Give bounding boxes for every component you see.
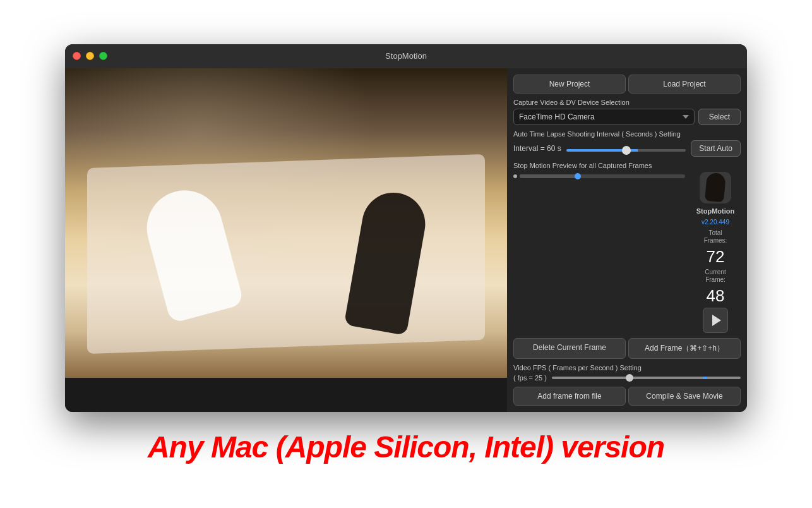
timeline-filled bbox=[520, 174, 578, 178]
delete-frame-button[interactable]: Delete Current Frame bbox=[513, 338, 626, 359]
app-name: StopMotion bbox=[696, 207, 734, 215]
promo-text: Any Mac (Apple Silicon, Intel) version bbox=[148, 430, 664, 464]
minimize-button[interactable] bbox=[86, 52, 94, 60]
total-frames-label: TotalFrames: bbox=[704, 229, 727, 245]
fps-section-label: Video FPS ( Frames per Second ) Setting bbox=[513, 364, 741, 372]
preview-label: Stop Motion Preview for all Captured Fra… bbox=[513, 162, 741, 169]
add-from-file-button[interactable]: Add frame from file bbox=[513, 387, 626, 406]
add-frame-button[interactable]: Add Frame（⌘+⇧+h） bbox=[628, 338, 741, 359]
frame-actions: Delete Current Frame Add Frame（⌘+⇧+h） bbox=[513, 338, 741, 359]
interval-row: Interval = 60 s Start Auto bbox=[513, 140, 741, 157]
play-button[interactable] bbox=[703, 308, 728, 333]
interval-slider-container bbox=[566, 143, 686, 154]
new-project-button[interactable]: New Project bbox=[513, 75, 626, 94]
device-section: Capture Video & DV Device Selection Face… bbox=[513, 99, 741, 125]
video-area bbox=[65, 68, 507, 412]
preview-area: StopMotion v2.20.449 TotalFrames: 72 Cur… bbox=[513, 172, 741, 333]
bed-sheet bbox=[87, 154, 485, 353]
fps-slider[interactable] bbox=[552, 377, 741, 379]
app-icon bbox=[700, 172, 731, 203]
app-icon-figure bbox=[705, 172, 726, 202]
title-bar: StopMotion bbox=[65, 44, 747, 68]
timeline-thumb bbox=[575, 173, 581, 179]
project-buttons: New Project Load Project bbox=[513, 75, 741, 94]
window-title: StopMotion bbox=[385, 51, 427, 61]
total-frames-value: 72 bbox=[707, 248, 725, 265]
timeline-row bbox=[513, 174, 685, 178]
device-row: FaceTime HD Camera Select bbox=[513, 109, 741, 125]
current-frame-label: CurrentFrame: bbox=[705, 269, 725, 284]
interval-slider[interactable] bbox=[566, 149, 686, 152]
main-content: New Project Load Project Capture Video &… bbox=[65, 68, 747, 412]
preview-video-container bbox=[513, 172, 685, 178]
interval-section: Auto Time Lapse Shooting Interval ( Seco… bbox=[513, 130, 741, 157]
timeline-start-dot bbox=[513, 174, 517, 178]
device-section-label: Capture Video & DV Device Selection bbox=[513, 99, 741, 106]
traffic-lights bbox=[73, 52, 107, 60]
right-panel: New Project Load Project Capture Video &… bbox=[507, 68, 747, 412]
bottom-actions: Add frame from file Compile & Save Movie bbox=[513, 387, 741, 406]
fps-section: Video FPS ( Frames per Second ) Setting … bbox=[513, 364, 741, 382]
select-button[interactable]: Select bbox=[698, 109, 741, 125]
video-scene bbox=[65, 68, 507, 378]
compile-save-button[interactable]: Compile & Save Movie bbox=[628, 387, 741, 406]
close-button[interactable] bbox=[73, 52, 81, 60]
fps-row: ( fps = 25 ) bbox=[513, 374, 741, 382]
app-version: v2.20.449 bbox=[702, 219, 729, 226]
maximize-button[interactable] bbox=[99, 52, 107, 60]
device-dropdown[interactable]: FaceTime HD Camera bbox=[513, 109, 695, 125]
interval-value: Interval = 60 s bbox=[513, 144, 561, 153]
current-frame-value: 48 bbox=[707, 287, 725, 304]
preview-info: StopMotion v2.20.449 TotalFrames: 72 Cur… bbox=[690, 172, 741, 333]
timeline-track[interactable] bbox=[520, 174, 685, 178]
preview-section: Stop Motion Preview for all Captured Fra… bbox=[513, 162, 741, 333]
app-window: StopMotion New Project Load Project Capt… bbox=[65, 44, 747, 412]
fps-value: ( fps = 25 ) bbox=[513, 374, 547, 382]
load-project-button[interactable]: Load Project bbox=[628, 75, 741, 94]
interval-label: Auto Time Lapse Shooting Interval ( Seco… bbox=[513, 130, 741, 138]
play-icon bbox=[712, 315, 721, 326]
start-auto-button[interactable]: Start Auto bbox=[691, 140, 741, 157]
